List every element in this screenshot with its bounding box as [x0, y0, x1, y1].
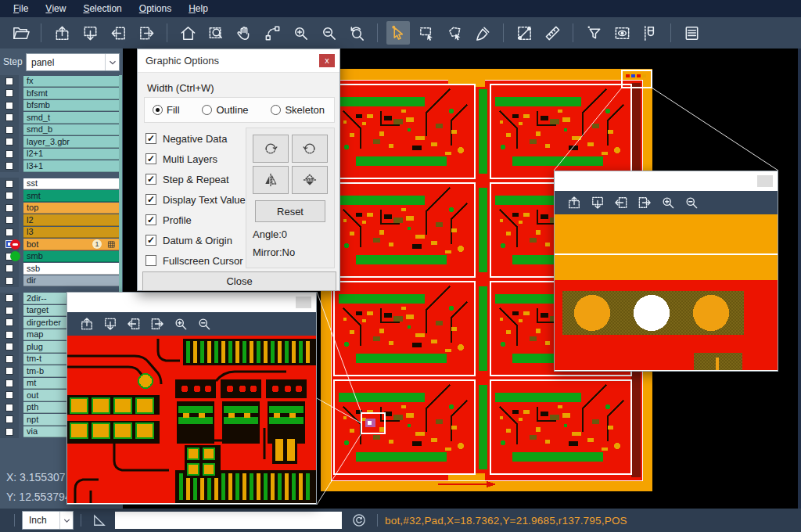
measure-line-tool-button[interactable]	[512, 21, 536, 45]
layer-checkbox[interactable]	[5, 264, 13, 272]
highlight-view-tool-button[interactable]	[610, 21, 634, 45]
menu-options[interactable]: Options	[131, 0, 180, 17]
layer-list-tool-button[interactable]	[680, 21, 703, 45]
layer-checkbox[interactable]	[5, 294, 13, 302]
layer-checkbox[interactable]	[5, 318, 13, 326]
zoom-previous-tool-button[interactable]	[345, 21, 368, 45]
layer-checkbox[interactable]	[5, 228, 13, 236]
zoom-out-tool-button[interactable]	[681, 192, 702, 213]
option-negative-data[interactable]: ✓Negative Data	[145, 128, 246, 149]
mirror-horizontal-button[interactable]	[253, 166, 289, 194]
reset-button[interactable]: Reset	[255, 200, 325, 222]
layer-name[interactable]: l3+1	[23, 160, 119, 172]
zoom-window-tool-button[interactable]	[204, 21, 228, 45]
checkbox-icon[interactable]: ✓	[145, 153, 156, 164]
pan-right-tool-button[interactable]	[135, 21, 158, 45]
step-dropdown[interactable]: panel	[26, 53, 120, 71]
radio-icon[interactable]	[271, 105, 281, 115]
pan-up-tool-button[interactable]	[77, 314, 97, 334]
layer-checkbox[interactable]	[5, 379, 13, 387]
command-input[interactable]	[115, 512, 342, 529]
option-datum-origin[interactable]: ✓Datum & Origin	[145, 230, 246, 250]
layer-row-bfsmb[interactable]: bfsmb	[0, 99, 123, 112]
green-layer-indicator-icon[interactable]	[10, 251, 20, 261]
layer-row-l2[interactable]: l2	[0, 214, 123, 227]
pan-left-tool-button[interactable]	[611, 192, 631, 213]
rotate-cw-button[interactable]	[253, 135, 289, 163]
filter-tool-button[interactable]	[582, 21, 605, 45]
unit-dropdown[interactable]: Inch	[22, 511, 74, 530]
layer-row-top[interactable]: top	[0, 202, 123, 214]
angle-measure-icon[interactable]	[92, 512, 107, 528]
magnifier-window-pads[interactable]	[66, 292, 317, 505]
dialog-titlebar[interactable]: Graphic Options x	[138, 49, 339, 73]
red-layer-indicator-icon[interactable]	[10, 239, 20, 250]
layer-name[interactable]: l2	[23, 214, 119, 226]
layer-checkbox[interactable]	[5, 102, 13, 110]
layer-name[interactable]: ssb	[23, 263, 119, 275]
grid-icon[interactable]	[107, 240, 116, 249]
layer-checkbox[interactable]	[5, 192, 13, 200]
checkbox-icon[interactable]: ✓	[145, 174, 156, 185]
layer-name[interactable]: smb	[23, 251, 119, 263]
magnifier-titlebar[interactable]	[555, 171, 778, 191]
layer-name[interactable]: fx	[23, 76, 119, 88]
pan-left-tool-button[interactable]	[124, 314, 144, 334]
menu-view[interactable]: View	[37, 0, 74, 17]
select-cursor-tool-button[interactable]	[386, 21, 410, 45]
menu-selection[interactable]: Selection	[74, 0, 130, 17]
close-button[interactable]: Close	[142, 271, 336, 291]
layer-name[interactable]: smt	[23, 190, 119, 202]
layer-row-sst[interactable]: sst	[0, 178, 123, 190]
select-rect-tool-button[interactable]	[415, 21, 438, 45]
layer-row-bot[interactable]: bot1	[0, 239, 123, 251]
layer-checkbox[interactable]	[5, 331, 13, 339]
ruler-tool-button[interactable]	[541, 21, 564, 45]
layer-checkbox[interactable]	[5, 404, 13, 412]
zoom-in-tool-button[interactable]	[658, 192, 678, 213]
option-profile[interactable]: ✓Profile	[145, 210, 246, 230]
layer-row-l2+1[interactable]: l2+1	[0, 148, 123, 160]
route-edit-tool-button[interactable]	[260, 21, 284, 45]
layer-row-dir[interactable]: dir	[0, 275, 123, 287]
magnifier-window-drills[interactable]	[554, 171, 778, 372]
layer-checkbox[interactable]	[5, 415, 13, 423]
checkbox-icon[interactable]: ✓	[145, 214, 156, 225]
layer-checkbox[interactable]	[5, 77, 13, 85]
fill-mode-fill[interactable]: Fill	[153, 104, 180, 116]
option-display-text-value[interactable]: ✓Display Text Value	[145, 189, 246, 210]
layer-name[interactable]: bfsmt	[23, 88, 119, 99]
rotate-ccw-button[interactable]	[292, 135, 328, 163]
zoom-out-tool-button[interactable]	[317, 21, 340, 45]
layer-checkbox[interactable]	[5, 89, 13, 97]
layer-name[interactable]: dir	[23, 275, 119, 287]
mirror-vertical-button[interactable]	[292, 166, 328, 194]
open-folder-tool-button[interactable]	[9, 21, 32, 45]
pan-down-tool-button[interactable]	[587, 192, 608, 213]
option-fullscreen-cursor[interactable]: Fullscreen Cursor	[145, 250, 246, 271]
layer-row-smd_t[interactable]: smd_t	[0, 112, 123, 124]
layer-checkbox[interactable]	[5, 355, 13, 363]
close-icon[interactable]: x	[319, 54, 335, 67]
magnifier-minimize-button[interactable]	[296, 297, 311, 308]
menu-file[interactable]: File	[5, 0, 37, 17]
checkbox-icon[interactable]: ✓	[145, 194, 156, 205]
layer-checkbox[interactable]	[5, 307, 13, 315]
layer-row-l3+1[interactable]: l3+1	[0, 160, 123, 173]
pan-left-tool-button[interactable]	[106, 21, 130, 45]
magnifier-view-drills[interactable]	[555, 214, 778, 370]
layer-row-l3[interactable]: l3	[0, 226, 123, 239]
layer-checkbox[interactable]	[5, 391, 13, 399]
layer-checkbox[interactable]	[5, 162, 13, 170]
refresh-icon[interactable]	[351, 512, 367, 528]
zoom-out-tool-button[interactable]	[194, 314, 214, 334]
pan-up-tool-button[interactable]	[50, 21, 74, 45]
layer-row-fx[interactable]: fx	[0, 75, 123, 88]
layer-name[interactable]: l2+1	[23, 149, 119, 160]
checkbox-icon[interactable]: ✓	[145, 235, 156, 246]
layer-checkbox[interactable]	[5, 150, 13, 158]
fill-mode-skeleton[interactable]: Skeleton	[271, 104, 325, 116]
layer-checkbox[interactable]	[5, 180, 13, 188]
layer-row-smb[interactable]: smb	[0, 250, 123, 263]
layer-checkbox[interactable]	[5, 113, 13, 121]
